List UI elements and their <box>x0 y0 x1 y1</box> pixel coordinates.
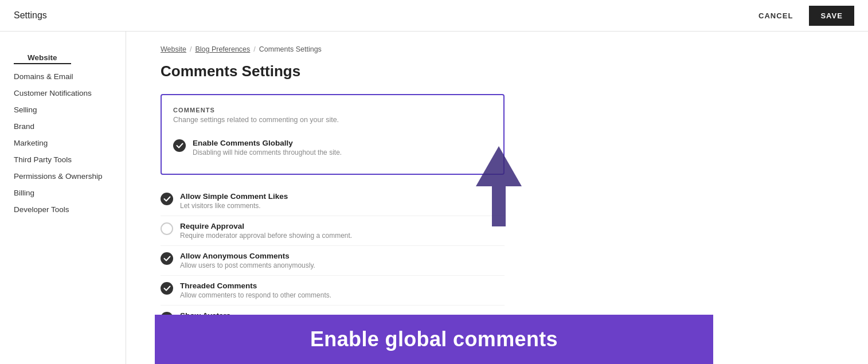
toggle-text-require-approval: Require Approval Require moderator appro… <box>180 222 352 240</box>
sidebar-item-selling[interactable]: Selling <box>0 101 126 118</box>
breadcrumb-website[interactable]: Website <box>161 45 186 53</box>
toggle-sub-allow-anonymous: Allow users to post comments anonymously… <box>180 261 315 269</box>
check-icon-allow-anonymous <box>161 252 173 265</box>
toggle-threaded-comments[interactable]: Threaded Comments Allow commenters to re… <box>161 275 505 305</box>
check-icon-threaded <box>161 282 173 295</box>
sidebar-item-billing[interactable]: Billing <box>0 185 126 201</box>
toggle-text-allow-likes: Allow Simple Comment Likes Let visitors … <box>180 192 288 210</box>
sidebar-item-developer-tools[interactable]: Developer Tools <box>0 201 126 218</box>
annotation-text: Enable global comments <box>310 327 558 351</box>
top-bar-actions: CANCEL SAVE <box>752 6 854 26</box>
top-bar: Settings CANCEL SAVE <box>0 0 868 32</box>
cancel-button[interactable]: CANCEL <box>752 7 800 25</box>
page-title: Comments Settings <box>161 62 834 80</box>
toggle-allow-likes[interactable]: Allow Simple Comment Likes Let visitors … <box>161 186 505 216</box>
sidebar-item-permissions-ownership[interactable]: Permissions & Ownership <box>0 168 126 185</box>
toggle-title-threaded: Threaded Comments <box>180 281 331 290</box>
sidebar-item-website-wrapper: Website <box>0 45 126 68</box>
breadcrumb: Website / Blog Preferences / Comments Se… <box>161 45 834 53</box>
check-icon-allow-likes <box>161 193 173 205</box>
breadcrumb-blog-preferences[interactable]: Blog Preferences <box>195 45 250 53</box>
breadcrumb-current: Comments Settings <box>259 45 322 53</box>
sidebar-item-website[interactable]: Website <box>14 49 71 64</box>
main-wrapper: Website / Blog Preferences / Comments Se… <box>126 32 868 364</box>
sidebar-item-brand[interactable]: Brand <box>0 118 126 135</box>
breadcrumb-sep-1: / <box>190 45 191 53</box>
comments-section-label: COMMENTS <box>173 107 492 113</box>
page-title-topbar: Settings <box>14 10 47 21</box>
radio-icon-require-approval <box>161 222 173 235</box>
toggle-text-allow-anonymous: Allow Anonymous Comments Allow users to … <box>180 252 315 269</box>
sidebar-item-marketing[interactable]: Marketing <box>0 135 126 151</box>
toggle-sub-enable-comments: Disabling will hide comments throughout … <box>193 148 342 156</box>
layout: Website Domains & Email Customer Notific… <box>0 32 868 364</box>
toggle-allow-anonymous[interactable]: Allow Anonymous Comments Allow users to … <box>161 245 505 275</box>
annotation-banner: Enable global comments <box>155 315 713 364</box>
sidebar-item-domains-email[interactable]: Domains & Email <box>0 68 126 85</box>
sidebar-item-customer-notifications[interactable]: Customer Notifications <box>0 85 126 101</box>
toggle-require-approval[interactable]: Require Approval Require moderator appro… <box>161 216 505 245</box>
toggle-sub-require-approval: Require moderator approval before showin… <box>180 232 352 240</box>
toggle-sub-allow-likes: Let visitors like comments. <box>180 202 288 210</box>
toggle-title-enable-comments: Enable Comments Globally <box>193 139 342 147</box>
toggle-title-allow-anonymous: Allow Anonymous Comments <box>180 252 315 260</box>
breadcrumb-sep-2: / <box>253 45 255 53</box>
save-button[interactable]: SAVE <box>809 6 854 26</box>
comments-section-desc: Change settings related to commenting on… <box>173 116 492 124</box>
main-content: Website / Blog Preferences / Comments Se… <box>126 32 868 349</box>
sidebar-item-third-party-tools[interactable]: Third Party Tools <box>0 151 126 168</box>
sidebar: Website Domains & Email Customer Notific… <box>0 32 126 364</box>
check-icon-enable-comments <box>173 139 186 152</box>
settings-list: Allow Simple Comment Likes Let visitors … <box>161 186 505 335</box>
toggle-sub-threaded: Allow commenters to respond to other com… <box>180 291 331 299</box>
toggle-text-threaded: Threaded Comments Allow commenters to re… <box>180 281 331 299</box>
comments-section: COMMENTS Change settings related to comm… <box>161 94 505 175</box>
toggle-enable-comments-globally[interactable]: Enable Comments Globally Disabling will … <box>173 133 492 162</box>
toggle-text-enable-comments: Enable Comments Globally Disabling will … <box>193 139 342 156</box>
toggle-title-allow-likes: Allow Simple Comment Likes <box>180 192 288 201</box>
toggle-title-require-approval: Require Approval <box>180 222 352 230</box>
